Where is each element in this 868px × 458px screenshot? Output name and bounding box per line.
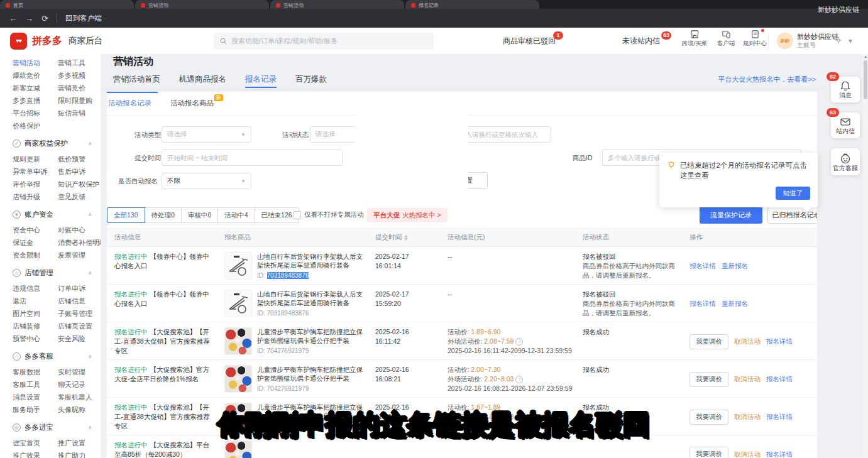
sidebar-item[interactable]: 客服机器人 xyxy=(58,393,101,401)
sidebar-item[interactable]: 多多视频 xyxy=(58,72,101,79)
signup-detail-link[interactable]: 报名详情 xyxy=(766,450,793,458)
account-avatar[interactable]: 妙妙 xyxy=(777,33,793,49)
sidebar-item[interactable]: 消息设置 xyxy=(13,393,55,401)
chip-pending[interactable]: 待处理0 xyxy=(145,207,182,223)
review-rejected-link[interactable]: 商品审核已驳回1 xyxy=(503,36,556,46)
browser-tab[interactable]: 首页 xyxy=(0,0,134,9)
cancel-activity-link[interactable]: 取消活动 xyxy=(734,450,761,458)
sidebar-group-shop-management[interactable]: ⌂店铺管理∧ xyxy=(13,268,101,278)
sidebar-item[interactable]: 营销工具 xyxy=(58,59,101,67)
tab-million-hits[interactable]: 百万爆款 xyxy=(295,71,327,87)
sidebar-item[interactable]: 保证金 xyxy=(13,239,55,246)
messages-widget[interactable]: 82 消息 xyxy=(831,77,860,102)
sidebar-item[interactable]: 资金限制 xyxy=(13,251,55,259)
signup-detail-link[interactable]: 报名详情 xyxy=(766,337,793,346)
sidebar-group-duoduo-service[interactable]: ∩多多客服∧ xyxy=(13,352,101,361)
re-signup-link[interactable]: 重新报名 xyxy=(722,261,748,271)
forward-icon[interactable]: → xyxy=(25,14,33,23)
tab-opportunity-signup[interactable]: 机遇商品报名 xyxy=(179,71,226,87)
submit-time-range-input[interactable] xyxy=(162,150,343,166)
sidebar-item[interactable]: 发票管理 xyxy=(58,251,101,259)
signup-detail-link[interactable]: 报名详情 xyxy=(689,299,716,308)
sidebar-item[interactable]: 店铺信息 xyxy=(58,297,101,305)
sidebar-item[interactable]: 价格保护 xyxy=(13,122,55,129)
sidebar-item[interactable]: 评价举报 xyxy=(13,180,55,188)
sidebar-item[interactable]: 多多直播 xyxy=(13,97,55,104)
sidebar-item[interactable]: 爆款竞价 xyxy=(13,72,55,79)
rules-center-button[interactable]: 规则中心 xyxy=(740,30,769,48)
product-thumbnail[interactable] xyxy=(224,252,252,280)
sidebar-item[interactable]: 知识产权保护 xyxy=(58,180,101,188)
product-thumbnail[interactable] xyxy=(224,365,252,393)
sidebar-item[interactable]: 头像昵称 xyxy=(58,406,101,413)
sidebar-item[interactable]: 实时管理 xyxy=(58,368,101,376)
product-thumbnail[interactable] xyxy=(224,440,252,458)
settings-icon[interactable] xyxy=(835,36,842,45)
adjust-price-button[interactable]: 我要调价 xyxy=(689,447,728,458)
col-submit-time[interactable]: 提交时间 xyxy=(368,233,440,242)
browser-tab[interactable]: 营销活动 xyxy=(270,0,404,9)
sidebar-item[interactable]: 店铺装修 xyxy=(13,322,55,330)
chip-ended[interactable]: 已结束126 xyxy=(255,207,299,223)
client-app-button[interactable]: 客户端 xyxy=(711,30,740,48)
sidebar-item[interactable]: 意见反馈 xyxy=(58,193,101,200)
official-support-widget[interactable]: 官方客服 xyxy=(831,148,860,175)
product-title[interactable]: 儿童滑步平衡车护胸车把防撞把立保护套饰熊猫玩偶卡通公仔把手装 xyxy=(257,365,363,383)
auto-signup-select[interactable]: 不限▼ xyxy=(162,173,251,189)
got-it-button[interactable]: 知道了 xyxy=(776,187,811,200)
sidebar-item[interactable]: 服务助手 xyxy=(13,406,55,413)
sidebar-item[interactable]: 店铺页设置 xyxy=(58,322,101,330)
tab-signup-records[interactable]: 报名记录 xyxy=(245,71,277,87)
product-thumbnail[interactable] xyxy=(224,327,252,355)
sidebar-item[interactable]: 图片空间 xyxy=(13,310,55,317)
sidebar-item[interactable]: 违规信息 xyxy=(13,285,55,292)
sidebar-item[interactable]: 推广设置 xyxy=(58,439,101,447)
browser-tab[interactable]: 营销活动 xyxy=(135,0,269,9)
sidebar-item[interactable]: 安全风险 xyxy=(58,335,101,342)
signup-detail-link[interactable]: 报名详情 xyxy=(766,374,793,384)
tab-marketing-home[interactable]: 营销活动首页 xyxy=(113,71,160,87)
crossborder-grocery-button[interactable]: 跨境/买菜 xyxy=(680,30,709,48)
sidebar-item[interactable]: 短信营销 xyxy=(58,109,101,117)
sidebar-item[interactable]: 客服工具 xyxy=(13,381,55,388)
promo-hot-badge[interactable]: 平台大促火热报名中 > xyxy=(367,208,448,222)
archived-records-button[interactable]: 已归档报名记录 xyxy=(767,207,817,224)
sidebar-group-merchant-rights[interactable]: ✓商家权益保护∧ xyxy=(13,139,101,148)
subtab-activity-records[interactable]: 活动报名记录 xyxy=(108,92,151,115)
sidebar-item[interactable]: 推广效果 xyxy=(13,452,55,458)
sidebar-item[interactable]: 预警中心 xyxy=(13,335,55,342)
adjust-price-button[interactable]: 我要调价 xyxy=(689,334,728,349)
browser-profile[interactable]: 新妙妙供应链 xyxy=(818,0,859,19)
chevron-down-icon[interactable]: ▼ xyxy=(847,38,854,45)
pinduoduo-logo-icon[interactable]: ♥♥ xyxy=(10,33,27,50)
sidebar-item[interactable]: 限时限量购 xyxy=(58,97,101,104)
promo-campaign-link[interactable]: 平台大促火热报名中，去看看>> xyxy=(718,75,816,84)
chip-reviewing[interactable]: 审核中0 xyxy=(181,207,218,223)
sidebar-item[interactable]: 客服数据 xyxy=(13,368,55,376)
address-text[interactable]: 回到客户端 xyxy=(65,14,102,23)
activity-type-select[interactable]: 请选择▼ xyxy=(162,126,251,143)
sidebar-item[interactable]: 对账中心 xyxy=(58,226,101,234)
signup-detail-link[interactable]: 报名详情 xyxy=(689,261,716,271)
back-icon[interactable]: ← xyxy=(9,14,17,23)
sidebar-item[interactable]: 规则更新 xyxy=(13,155,55,163)
unread-inbox-link[interactable]: 未读站内信63 xyxy=(622,36,660,46)
product-id-number-selected[interactable]: 703189483876 xyxy=(267,272,309,279)
sidebar-item[interactable]: 店铺升级 xyxy=(13,193,55,200)
cancel-activity-link[interactable]: 取消活动 xyxy=(734,412,761,422)
only-special-checkbox[interactable]: 仅看不打烊专属活动 xyxy=(293,210,364,219)
browser-tab[interactable]: 报名记录 xyxy=(405,0,539,9)
cancel-activity-link[interactable]: 取消活动 xyxy=(734,337,761,346)
help-icon[interactable]: ? xyxy=(515,338,523,346)
sidebar-group-account-funds[interactable]: ¥账户资金∧ xyxy=(13,210,101,219)
scroll-up-arrow[interactable]: ▲ xyxy=(863,55,868,58)
subtab-activity-goods[interactable]: 活动报名商品新 xyxy=(170,92,214,115)
chip-all[interactable]: 全部130 xyxy=(107,207,145,223)
sidebar-group-duoduo-jinbao[interactable]: ◎多多进宝∧ xyxy=(13,423,101,432)
product-title[interactable]: 山地自行车后货架钢行李架载人后支架快拆尾架后车篮通用骑行装备 xyxy=(257,252,363,270)
re-signup-link[interactable]: 重新报名 xyxy=(722,299,748,308)
global-search-input[interactable]: 搜索功能/订单/课程/规则/帮助/服务 xyxy=(214,33,434,50)
sidebar-item[interactable]: 聊天记录 xyxy=(58,381,101,388)
sidebar-item[interactable]: 资金中心 xyxy=(13,226,55,234)
scrollbar[interactable]: ▲ xyxy=(863,54,868,458)
